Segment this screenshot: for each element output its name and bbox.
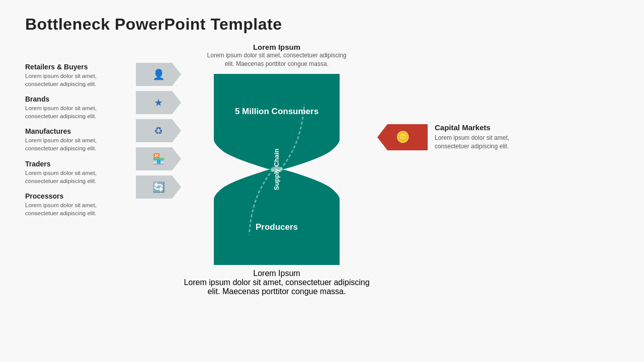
svg-text:5 Million  Consumers: 5 Million Consumers xyxy=(235,107,318,116)
label-desc-0: Lorem ipsum dolor sit amet,consectetuer … xyxy=(25,72,136,88)
arrow-btn-0[interactable]: 👤 xyxy=(136,63,181,86)
top-caption-desc: Lorem ipsum dolor sit amet, consectetuer… xyxy=(207,51,347,69)
label-title-4: Processors xyxy=(25,192,136,200)
label-title-1: Brands xyxy=(25,95,136,103)
arrow-shape-4: 🔄 xyxy=(136,175,181,199)
arrow-shape-0: 👤 xyxy=(136,63,181,86)
capital-markets-label: Capital Markets Lorem ipsum dolor sit am… xyxy=(435,123,509,151)
capital-markets-arrow: 🪙 xyxy=(377,124,428,150)
arrow-btn-3[interactable]: 🏪 xyxy=(136,147,181,170)
arrow-icon-1: ★ xyxy=(154,97,163,109)
right-side: 🪙 Capital Markets Lorem ipsum dolor sit … xyxy=(372,43,509,151)
top-caption-title: Lorem Ipsum xyxy=(207,43,347,51)
label-desc-3: Lorem ipsum dolor sit amet,consectetuer … xyxy=(25,169,136,185)
content-area: Retailers & Buyers Lorem ipsum dolor sit… xyxy=(25,43,619,296)
label-item-0: Retailers & Buyers Lorem ipsum dolor sit… xyxy=(25,63,136,88)
label-desc-2: Lorem ipsum dolor sit amet,consectetuer … xyxy=(25,136,136,152)
svg-text:Producers: Producers xyxy=(256,222,298,232)
label-desc-4: Lorem ipsum dolor sit amet,consectetuer … xyxy=(25,201,136,217)
slide: Bottleneck PowerPoint Template Retailers… xyxy=(0,0,644,362)
arrow-btn-4[interactable]: 🔄 xyxy=(136,175,181,199)
label-desc-1: Lorem ipsum dolor sit amet,consectetuer … xyxy=(25,104,136,120)
left-labels-column: Retailers & Buyers Lorem ipsum dolor sit… xyxy=(25,43,136,219)
page-title: Bottleneck PowerPoint Template xyxy=(25,15,619,34)
arrow-btn-1[interactable]: ★ xyxy=(136,91,181,114)
capital-markets-desc: Lorem ipsum dolor sit amet,consectetuer … xyxy=(435,134,509,151)
arrow-btn-2[interactable]: ♻ xyxy=(136,119,181,142)
arrow-shape-2: ♻ xyxy=(136,119,181,142)
arrow-shape-3: 🏪 xyxy=(136,147,181,170)
label-item-1: Brands Lorem ipsum dolor sit amet,consec… xyxy=(25,95,136,120)
label-item-2: Manufactures Lorem ipsum dolor sit amet,… xyxy=(25,127,136,152)
bottom-caption: Lorem Ipsum Lorem ipsum dolor sit amet, … xyxy=(184,269,369,296)
bottom-caption-desc: Lorem ipsum dolor sit amet, consectetuer… xyxy=(184,278,369,296)
label-title-3: Traders xyxy=(25,160,136,168)
coin-icon: 🪙 xyxy=(396,131,410,144)
label-title-2: Manufactures xyxy=(25,127,136,135)
arrow-icon-4: 🔄 xyxy=(152,181,165,193)
capital-markets-row: 🪙 Capital Markets Lorem ipsum dolor sit … xyxy=(377,123,509,151)
bottom-caption-title: Lorem Ipsum xyxy=(184,269,369,278)
top-caption: Lorem Ipsum Lorem ipsum dolor sit amet, … xyxy=(207,43,347,69)
capital-markets-title: Capital Markets xyxy=(435,123,509,132)
center-diagram: Lorem Ipsum Lorem ipsum dolor sit amet, … xyxy=(181,43,372,296)
label-item-4: Processors Lorem ipsum dolor sit amet,co… xyxy=(25,192,136,217)
hourglass-diagram: 5 Million Consumers Producers Supply Cha… xyxy=(204,74,350,265)
arrows-column: 👤 ★ ♻ 🏪 🔄 xyxy=(136,43,181,199)
arrow-shape-1: ★ xyxy=(136,91,181,114)
arrow-icon-3: 🏪 xyxy=(152,153,165,165)
arrow-icon-2: ♻ xyxy=(154,125,163,137)
label-title-0: Retailers & Buyers xyxy=(25,63,136,71)
label-item-3: Traders Lorem ipsum dolor sit amet,conse… xyxy=(25,160,136,185)
arrow-icon-0: 👤 xyxy=(152,68,165,80)
svg-text:Supply Chain: Supply Chain xyxy=(273,148,280,190)
